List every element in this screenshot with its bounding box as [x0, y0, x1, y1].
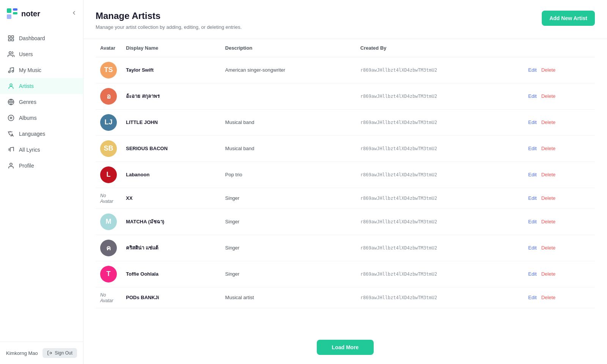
delete-artist-button[interactable]: Delete: [541, 67, 556, 73]
svg-point-15: [10, 117, 12, 119]
table-row: คคริสติน่า แช่แต้Singerr869awJHllbzt4lXD…: [96, 235, 595, 261]
edit-artist-button[interactable]: Edit: [528, 271, 536, 277]
sign-out-button[interactable]: Sign Out: [42, 348, 77, 358]
edit-artist-button[interactable]: Edit: [528, 295, 536, 300]
artist-created-by: r869awJHllbzt4lXD4zbwTM3tmU2: [356, 235, 524, 261]
sidebar-item-profile[interactable]: Profile: [0, 158, 83, 174]
main-content: Manage Artists Manage your artist collec…: [83, 0, 607, 364]
artist-avatar-cell: L: [96, 162, 121, 188]
artist-avatar: T: [100, 266, 117, 282]
delete-artist-button[interactable]: Delete: [541, 271, 556, 277]
app-name: noter: [21, 9, 40, 18]
add-new-artist-button[interactable]: Add New Artist: [542, 11, 595, 26]
table-row: LLabanoonPop trior869awJHllbzt4lXD4zbwTM…: [96, 162, 595, 188]
artist-actions: EditDelete: [524, 57, 595, 83]
artist-display-name: LITTLE JOHN: [121, 109, 221, 135]
svg-rect-0: [7, 8, 11, 13]
artist-description: Pop trio: [221, 162, 356, 188]
svg-rect-6: [12, 39, 14, 41]
sidebar-item-genres[interactable]: Genres: [0, 94, 83, 110]
edit-artist-button[interactable]: Edit: [528, 219, 536, 224]
sidebar-item-label: Users: [19, 51, 33, 57]
page-description: Manage your artist collection by adding,…: [96, 24, 242, 31]
delete-artist-button[interactable]: Delete: [541, 172, 556, 177]
col-avatar: Avatar: [96, 39, 121, 57]
artists-icon: [8, 83, 14, 89]
artist-avatar: SB: [100, 140, 117, 157]
sidebar-item-languages[interactable]: Languages: [0, 126, 83, 142]
svg-point-14: [8, 115, 14, 121]
table-body: TSTaylor SwiftAmerican singer-songwriter…: [96, 57, 595, 308]
edit-artist-button[interactable]: Edit: [528, 146, 536, 151]
delete-artist-button[interactable]: Delete: [541, 119, 556, 125]
dashboard-icon: [8, 35, 14, 42]
sidebar-item-label: All Lyrics: [19, 147, 40, 153]
artist-created-by: r869awJHllbzt4lXD4zbwTM3tmU2: [356, 83, 524, 109]
sidebar-item-artists[interactable]: Artists: [0, 78, 83, 94]
artist-avatar-cell: อ: [96, 83, 121, 109]
sidebar-item-my-music[interactable]: My Music: [0, 62, 83, 78]
artist-description: Singer: [221, 209, 356, 235]
action-cell: EditDelete: [528, 195, 590, 201]
delete-artist-button[interactable]: Delete: [541, 295, 556, 300]
artist-avatar-cell: ค: [96, 235, 121, 261]
action-cell: EditDelete: [528, 93, 590, 99]
edit-artist-button[interactable]: Edit: [528, 93, 536, 99]
sidebar-item-all-lyrics[interactable]: All Lyrics: [0, 142, 83, 158]
no-avatar-label: No Avatar: [100, 193, 113, 204]
edit-artist-button[interactable]: Edit: [528, 67, 536, 73]
svg-rect-7: [8, 39, 10, 41]
table-row: SBSERIOUS BACONMusical bandr869awJHllbzt…: [96, 135, 595, 162]
sidebar-item-label: Genres: [19, 99, 36, 105]
action-cell: EditDelete: [528, 119, 590, 125]
page-header: Manage Artists Manage your artist collec…: [83, 0, 607, 39]
artist-display-name: Taylor Swift: [121, 57, 221, 83]
action-cell: EditDelete: [528, 295, 590, 300]
artists-table: Avatar Display Name Description Created …: [96, 39, 595, 308]
artist-display-name: Toffie Oohlala: [121, 261, 221, 287]
sign-out-icon: [47, 350, 52, 356]
artist-description: Musical artist: [221, 287, 356, 308]
page-header-text: Manage Artists Manage your artist collec…: [96, 11, 242, 31]
artist-actions: EditDelete: [524, 209, 595, 235]
languages-icon: [8, 130, 14, 137]
edit-artist-button[interactable]: Edit: [528, 195, 536, 201]
artist-created-by: r869awJHllbzt4lXD4zbwTM3tmU2: [356, 287, 524, 308]
artist-created-by: r869awJHllbzt4lXD4zbwTM3tmU2: [356, 135, 524, 162]
artist-actions: EditDelete: [524, 287, 595, 308]
sidebar-item-albums[interactable]: Albums: [0, 110, 83, 126]
artist-avatar-cell: M: [96, 209, 121, 235]
delete-artist-button[interactable]: Delete: [541, 219, 556, 224]
delete-artist-button[interactable]: Delete: [541, 146, 556, 151]
action-cell: EditDelete: [528, 271, 590, 277]
artist-display-name: SERIOUS BACON: [121, 135, 221, 162]
delete-artist-button[interactable]: Delete: [541, 93, 556, 99]
artist-avatar: L: [100, 166, 117, 183]
svg-point-10: [12, 71, 14, 72]
sidebar-collapse-button[interactable]: [71, 10, 77, 17]
svg-rect-1: [13, 8, 17, 11]
artist-actions: EditDelete: [524, 188, 595, 209]
artists-table-container: Avatar Display Name Description Created …: [83, 39, 607, 331]
sidebar-item-label: Albums: [19, 115, 37, 121]
svg-rect-2: [13, 12, 17, 14]
artist-avatar: TS: [100, 62, 117, 78]
artist-description: [221, 83, 356, 109]
delete-artist-button[interactable]: Delete: [541, 245, 556, 251]
sidebar-item-users[interactable]: Users: [0, 46, 83, 62]
artist-description: Musical band: [221, 135, 356, 162]
edit-artist-button[interactable]: Edit: [528, 172, 536, 177]
load-more-button[interactable]: Load More: [317, 340, 374, 355]
sidebar-item-label: Profile: [19, 163, 34, 169]
delete-artist-button[interactable]: Delete: [541, 195, 556, 201]
artist-created-by: r869awJHllbzt4lXD4zbwTM3tmU2: [356, 188, 524, 209]
sidebar-item-dashboard[interactable]: Dashboard: [0, 30, 83, 46]
artist-display-name: PODs BANKJi: [121, 287, 221, 308]
artist-description: American singer-songwriter: [221, 57, 356, 83]
sidebar: noter Dashboard Users My Music: [0, 0, 83, 364]
edit-artist-button[interactable]: Edit: [528, 119, 536, 125]
edit-artist-button[interactable]: Edit: [528, 245, 536, 251]
artist-created-by: r869awJHllbzt4lXD4zbwTM3tmU2: [356, 162, 524, 188]
artist-created-by: r869awJHllbzt4lXD4zbwTM3tmU2: [356, 209, 524, 235]
profile-icon: [8, 162, 14, 169]
